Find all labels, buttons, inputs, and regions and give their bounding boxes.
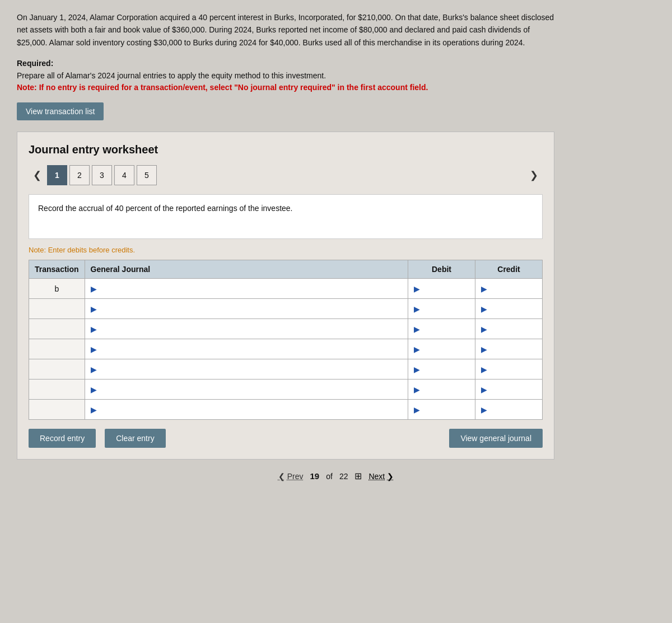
pagination: ❮ Prev 19 of 22 ⊞ Next ❯ — [17, 471, 655, 481]
table-row: ▶ ▶ ▶ — [29, 319, 543, 339]
general-journal-cell[interactable]: ▶ — [85, 319, 408, 339]
row-arrow-icon: ▶ — [414, 305, 420, 313]
general-journal-cell[interactable]: ▶ — [85, 279, 408, 299]
required-note: Note: If no entry is required for a tran… — [17, 82, 554, 93]
view-general-journal-button[interactable]: View general journal — [449, 429, 543, 448]
general-journal-cell[interactable]: ▶ — [85, 400, 408, 420]
tab-2[interactable]: 2 — [69, 165, 90, 185]
transaction-cell — [29, 400, 85, 420]
credit-cell[interactable]: ▶ — [475, 319, 543, 339]
row-arrow-icon: ▶ — [414, 405, 420, 414]
next-label[interactable]: Next — [368, 472, 385, 481]
required-section: Required: Prepare all of Alamar's 2024 j… — [17, 59, 554, 93]
row-arrow-icon: ▶ — [414, 385, 420, 394]
total-pages: 22 — [339, 472, 348, 481]
general-journal-cell[interactable]: ▶ — [85, 339, 408, 359]
tab-5[interactable]: 5 — [137, 165, 157, 185]
table-row: ▶ ▶ ▶ — [29, 299, 543, 319]
transaction-description: Record the accrual of 40 percent of the … — [29, 194, 543, 239]
row-arrow-icon: ▶ — [91, 385, 97, 394]
prev-label[interactable]: Prev — [287, 472, 304, 481]
debit-credit-note: Note: Enter debits before credits. — [29, 246, 543, 254]
required-label: Required: — [17, 59, 554, 68]
row-arrow-icon: ▶ — [481, 345, 487, 354]
row-arrow-icon: ▶ — [481, 325, 487, 334]
grid-icon[interactable]: ⊞ — [354, 471, 362, 481]
worksheet-title: Journal entry worksheet — [29, 143, 543, 156]
prev-arrow-icon: ❮ — [278, 472, 285, 481]
tab-3[interactable]: 3 — [92, 165, 112, 185]
debit-cell[interactable]: ▶ — [408, 380, 475, 400]
row-arrow-icon: ▶ — [481, 284, 487, 293]
row-arrow-icon: ▶ — [91, 365, 97, 374]
transaction-cell — [29, 359, 85, 380]
row-arrow-icon: ▶ — [91, 325, 97, 334]
col-header-credit: Credit — [475, 260, 543, 279]
required-text: Prepare all of Alamar's 2024 journal ent… — [17, 70, 554, 82]
debit-cell[interactable]: ▶ — [408, 279, 475, 299]
col-header-general-journal: General Journal — [85, 260, 408, 279]
row-arrow-icon: ▶ — [91, 305, 97, 313]
debit-cell[interactable]: ▶ — [408, 339, 475, 359]
general-journal-cell[interactable]: ▶ — [85, 380, 408, 400]
intro-paragraph: On January 1, 2024, Alamar Corporation a… — [17, 11, 554, 49]
credit-cell[interactable]: ▶ — [475, 400, 543, 420]
row-arrow-icon: ▶ — [414, 284, 420, 293]
transaction-cell — [29, 299, 85, 319]
row-arrow-icon: ▶ — [481, 305, 487, 313]
row-arrow-icon: ▶ — [91, 284, 97, 293]
credit-cell[interactable]: ▶ — [475, 279, 543, 299]
table-row: ▶ ▶ ▶ — [29, 339, 543, 359]
clear-entry-button[interactable]: Clear entry — [105, 429, 165, 448]
journal-table: Transaction General Journal Debit Credit… — [29, 260, 543, 420]
tab-next-arrow[interactable]: ❯ — [525, 167, 543, 184]
debit-cell[interactable]: ▶ — [408, 319, 475, 339]
tab-prev-arrow[interactable]: ❮ — [29, 167, 46, 184]
row-arrow-icon: ▶ — [481, 405, 487, 414]
transaction-cell — [29, 380, 85, 400]
row-arrow-icon: ▶ — [414, 345, 420, 354]
general-journal-cell[interactable]: ▶ — [85, 299, 408, 319]
row-arrow-icon: ▶ — [414, 325, 420, 334]
current-page: 19 — [310, 471, 320, 481]
row-arrow-icon: ▶ — [481, 385, 487, 394]
transaction-cell: b — [29, 279, 85, 299]
tab-1[interactable]: 1 — [47, 165, 67, 185]
next-button[interactable]: Next ❯ — [368, 472, 394, 481]
debit-cell[interactable]: ▶ — [408, 400, 475, 420]
row-arrow-icon: ▶ — [414, 365, 420, 374]
tab-navigation: ❮ 1 2 3 4 5 ❯ — [29, 165, 543, 185]
next-arrow-icon: ❯ — [387, 472, 394, 481]
of-label: of — [326, 472, 333, 481]
table-row: ▶ ▶ ▶ — [29, 400, 543, 420]
action-buttons: Record entry Clear entry View general jo… — [29, 429, 543, 448]
row-arrow-icon: ▶ — [91, 405, 97, 414]
credit-cell[interactable]: ▶ — [475, 359, 543, 380]
transaction-cell — [29, 319, 85, 339]
prev-button[interactable]: ❮ Prev — [278, 472, 304, 481]
record-entry-button[interactable]: Record entry — [29, 429, 96, 448]
transaction-cell — [29, 339, 85, 359]
col-header-transaction: Transaction — [29, 260, 85, 279]
col-header-debit: Debit — [408, 260, 475, 279]
general-journal-cell[interactable]: ▶ — [85, 359, 408, 380]
credit-cell[interactable]: ▶ — [475, 299, 543, 319]
row-arrow-icon: ▶ — [91, 345, 97, 354]
credit-cell[interactable]: ▶ — [475, 339, 543, 359]
table-row: b ▶ ▶ ▶ — [29, 279, 543, 299]
worksheet-container: Journal entry worksheet ❮ 1 2 3 4 5 ❯ Re… — [17, 132, 554, 460]
credit-cell[interactable]: ▶ — [475, 380, 543, 400]
row-arrow-icon: ▶ — [481, 365, 487, 374]
debit-cell[interactable]: ▶ — [408, 299, 475, 319]
tab-4[interactable]: 4 — [114, 165, 134, 185]
table-row: ▶ ▶ ▶ — [29, 359, 543, 380]
debit-cell[interactable]: ▶ — [408, 359, 475, 380]
table-row: ▶ ▶ ▶ — [29, 380, 543, 400]
view-transaction-button[interactable]: View transaction list — [17, 102, 104, 120]
